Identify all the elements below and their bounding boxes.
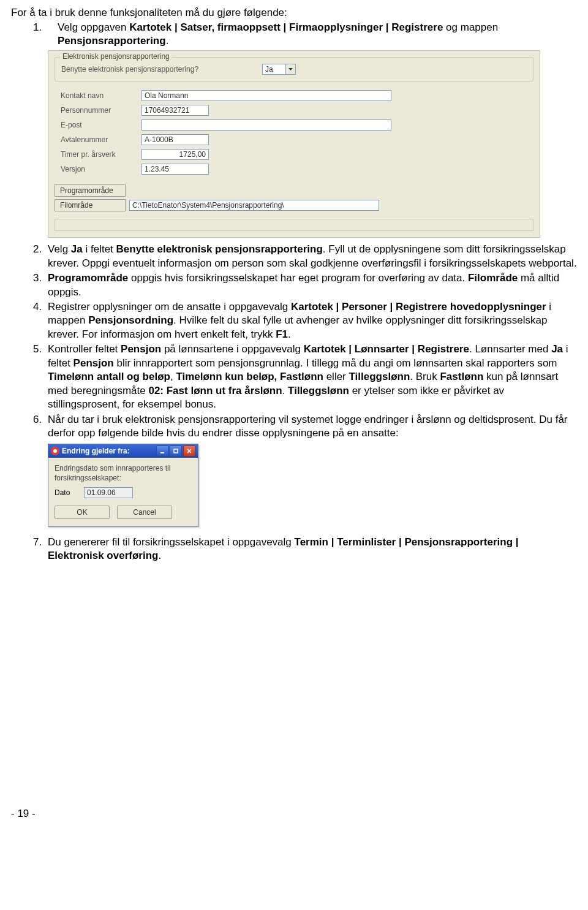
use-electronic-label: Benytte elektronisk pensjonsrapportering…	[61, 65, 257, 74]
versjon-input[interactable]	[141, 164, 209, 175]
step-4: 4. Registrer opplysninger om de ansatte …	[11, 300, 577, 341]
avtalenummer-label: Avtalenummer	[61, 135, 137, 144]
titlebar: Endring gjelder fra:	[48, 444, 198, 458]
avtalenummer-input[interactable]	[141, 134, 209, 145]
settings-panel: Elektronisk pensjonsrapportering Benytte…	[48, 50, 540, 238]
cancel-button[interactable]: Cancel	[117, 506, 172, 519]
step-2: 2. Velg Ja i feltet Benytte elektronisk …	[11, 243, 577, 270]
dialog-label: Endringsdato som innrapporteres til fors…	[55, 464, 192, 483]
chevron-down-icon[interactable]	[285, 64, 296, 75]
maximize-icon[interactable]	[170, 446, 182, 457]
change-effective-dialog: Endring gjelder fra: Endringsdato som in…	[48, 444, 198, 526]
kontakt-input[interactable]	[141, 90, 391, 101]
step-1: 1. Velg oppgaven Kartotek | Satser, firm…	[33, 21, 577, 48]
personnummer-label: Personnummer	[61, 106, 137, 115]
epost-input[interactable]	[141, 119, 391, 131]
personnummer-input[interactable]	[141, 105, 209, 116]
svg-rect-3	[174, 449, 178, 453]
use-electronic-value[interactable]	[262, 64, 285, 75]
step-7: 7. Du genererer fil til forsikringsselsk…	[11, 536, 577, 563]
svg-point-1	[53, 449, 57, 453]
step-6: 6. Når du tar i bruk elektronisk pensjon…	[11, 413, 577, 441]
group-title: Elektronisk pensjonsrapportering	[60, 52, 172, 61]
step-1-text: Velg oppgaven Kartotek | Satser, firmaop…	[58, 21, 577, 48]
program-area-button[interactable]: Programområde	[55, 184, 126, 197]
kontakt-label: Kontakt navn	[61, 91, 137, 100]
versjon-label: Versjon	[61, 165, 137, 173]
minimize-icon[interactable]	[156, 446, 168, 457]
file-area-input[interactable]	[129, 200, 379, 211]
step-1-number: 1.	[33, 21, 42, 48]
page-number: - 19 -	[11, 808, 577, 820]
app-icon	[51, 447, 59, 455]
pension-reporting-group: Elektronisk pensjonsrapportering Benytte…	[55, 57, 533, 82]
file-area-button[interactable]: Filområde	[55, 199, 126, 211]
dato-input[interactable]	[84, 487, 133, 498]
epost-label: E-post	[61, 121, 137, 129]
timer-label: Timer pr. årsverk	[61, 150, 137, 159]
use-electronic-dropdown[interactable]	[262, 64, 296, 75]
dato-label: Dato	[55, 488, 79, 497]
step-5: 5. Kontroller feltet Pensjon på lønnsart…	[11, 343, 577, 411]
intro-text: For å ta i bruk denne funksjonaliteten m…	[11, 6, 577, 20]
step-3: 3. Programområde oppgis hvis forsikrings…	[11, 271, 577, 299]
close-icon[interactable]	[183, 446, 195, 457]
timer-input[interactable]	[141, 149, 209, 160]
svg-marker-0	[288, 68, 293, 70]
dialog-title: Endring gjelder fra:	[62, 447, 130, 455]
ok-button[interactable]: OK	[55, 506, 110, 519]
svg-rect-2	[160, 452, 164, 453]
